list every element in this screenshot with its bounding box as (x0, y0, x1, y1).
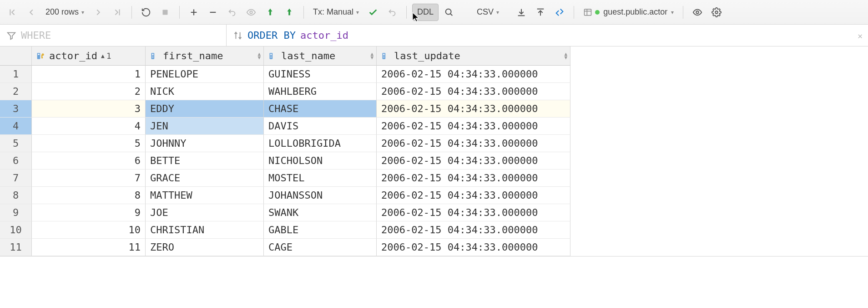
cell-first_name[interactable]: JEN (146, 118, 264, 135)
clear-order-button[interactable]: ✕ (858, 31, 863, 40)
submit-pending-button[interactable] (281, 4, 298, 21)
svg-point-4 (696, 11, 699, 14)
cell-first_name[interactable]: JOHNNY (146, 135, 264, 152)
cell-first_name[interactable]: EDDY (146, 100, 264, 118)
cell-last_name[interactable]: NICHOLSON (264, 152, 377, 169)
cell-last_update[interactable]: 2006-02-15 04:34:33.000000 (377, 239, 570, 256)
cell-last_name[interactable]: CHASE (264, 100, 377, 118)
cell-last_update[interactable]: 2006-02-15 04:34:33.000000 (377, 169, 570, 187)
cell-last_name[interactable]: CAGE (264, 239, 377, 256)
svg-rect-18 (383, 56, 384, 56)
tx-mode-dropdown[interactable]: Tx: Manual ▾ (309, 4, 363, 21)
row-number-header[interactable] (0, 46, 32, 66)
cell-last_update[interactable]: 2006-02-15 04:34:33.000000 (377, 187, 570, 204)
revert-button[interactable] (223, 4, 241, 21)
cell-last_name[interactable]: LOLLOBRIGIDA (264, 135, 377, 152)
cell-first_name[interactable]: BETTE (146, 152, 264, 169)
cell-first_name[interactable]: JOE (146, 204, 264, 221)
view-mode-button[interactable] (689, 4, 706, 21)
sort-toggle-icon[interactable]: ▲▼ (370, 52, 373, 60)
row-number-cell[interactable]: 1 (0, 66, 32, 83)
sort-toggle-icon[interactable]: ▲▼ (257, 52, 261, 60)
cell-actor_id[interactable]: 4 (32, 118, 146, 135)
svg-point-1 (250, 11, 252, 14)
column-header-last_update[interactable]: last_update▲▼ (377, 46, 570, 66)
compare-button[interactable] (551, 4, 568, 21)
commit-button[interactable] (364, 4, 382, 21)
cell-last_update[interactable]: 2006-02-15 04:34:33.000000 (377, 100, 570, 118)
cell-first_name[interactable]: MATTHEW (146, 187, 264, 204)
preview-changes-button[interactable] (242, 4, 260, 21)
stop-button[interactable] (156, 4, 174, 21)
breadcrumb-text: guest.public.actor (603, 7, 667, 17)
cell-last_update[interactable]: 2006-02-15 04:34:33.000000 (377, 83, 570, 100)
cell-actor_id[interactable]: 5 (32, 135, 146, 152)
data-grid: actor_id▲ 1first_name▲▼last_name▲▼last_u… (0, 46, 868, 257)
export-format-dropdown[interactable]: CSV ▾ (473, 4, 503, 21)
cell-first_name[interactable]: NICK (146, 83, 264, 100)
cell-last_update[interactable]: 2006-02-15 04:34:33.000000 (377, 135, 570, 152)
search-button[interactable] (440, 4, 458, 21)
sort-toggle-icon[interactable]: ▲▼ (564, 52, 567, 60)
cell-last_name[interactable]: DAVIS (264, 118, 377, 135)
cell-actor_id[interactable]: 9 (32, 204, 146, 221)
svg-rect-13 (270, 54, 272, 55)
ddl-button[interactable]: DDL (412, 4, 439, 21)
cell-last_update[interactable]: 2006-02-15 04:34:33.000000 (377, 118, 570, 135)
row-number-cell[interactable]: 8 (0, 187, 32, 204)
rollback-button[interactable] (384, 4, 401, 21)
import-upload-button[interactable] (532, 4, 549, 21)
page-size-dropdown[interactable]: 200 rows ▾ (42, 4, 88, 21)
where-filter-input[interactable]: WHERE (0, 25, 227, 46)
cell-last_name[interactable]: WAHLBERG (264, 83, 377, 100)
orderby-filter-input[interactable]: ORDER BY actor_id ✕ (227, 25, 868, 46)
chevron-down-icon: ▾ (671, 9, 674, 15)
cell-last_name[interactable]: MOSTEL (264, 169, 377, 187)
row-number-cell[interactable]: 2 (0, 83, 32, 100)
cell-first_name[interactable]: PENELOPE (146, 66, 264, 83)
cell-actor_id[interactable]: 8 (32, 187, 146, 204)
remove-row-button[interactable] (204, 4, 222, 21)
row-number-cell[interactable]: 3 (0, 100, 32, 118)
reload-button[interactable] (137, 4, 155, 21)
cell-actor_id[interactable]: 2 (32, 83, 146, 100)
row-number-cell[interactable]: 10 (0, 221, 32, 239)
column-header-label: last_update (394, 50, 460, 62)
submit-button[interactable] (262, 4, 279, 21)
cell-actor_id[interactable]: 3 (32, 100, 146, 118)
cell-last_update[interactable]: 2006-02-15 04:34:33.000000 (377, 204, 570, 221)
prev-page-button[interactable] (23, 4, 40, 21)
cell-last_name[interactable]: GABLE (264, 221, 377, 239)
cell-actor_id[interactable]: 1 (32, 66, 146, 83)
last-page-button[interactable] (109, 4, 126, 21)
cell-last_update[interactable]: 2006-02-15 04:34:33.000000 (377, 66, 570, 83)
cell-last_name[interactable]: JOHANSSON (264, 187, 377, 204)
cell-first_name[interactable]: GRACE (146, 169, 264, 187)
cell-actor_id[interactable]: 7 (32, 169, 146, 187)
cell-first_name[interactable]: CHRISTIAN (146, 221, 264, 239)
row-number-cell[interactable]: 7 (0, 169, 32, 187)
cell-actor_id[interactable]: 11 (32, 239, 146, 256)
cell-last_name[interactable]: SWANK (264, 204, 377, 221)
add-row-button[interactable] (185, 4, 202, 21)
settings-button[interactable] (708, 4, 725, 21)
row-number-cell[interactable]: 11 (0, 239, 32, 256)
cell-last_update[interactable]: 2006-02-15 04:34:33.000000 (377, 221, 570, 239)
column-header-label: actor_id (49, 50, 97, 62)
column-header-first_name[interactable]: first_name▲▼ (146, 46, 264, 66)
row-number-cell[interactable]: 4 (0, 118, 32, 135)
column-header-last_name[interactable]: last_name▲▼ (264, 46, 377, 66)
cell-last_update[interactable]: 2006-02-15 04:34:33.000000 (377, 152, 570, 169)
row-number-cell[interactable]: 5 (0, 135, 32, 152)
row-number-cell[interactable]: 6 (0, 152, 32, 169)
column-header-actor_id[interactable]: actor_id▲ 1 (32, 46, 146, 66)
cell-first_name[interactable]: ZERO (146, 239, 264, 256)
cell-last_name[interactable]: GUINESS (264, 66, 377, 83)
datasource-breadcrumb[interactable]: guest.public.actor ▾ (580, 4, 677, 21)
first-page-button[interactable] (4, 4, 21, 21)
next-page-button[interactable] (90, 4, 107, 21)
export-download-button[interactable] (513, 4, 530, 21)
row-number-cell[interactable]: 9 (0, 204, 32, 221)
cell-actor_id[interactable]: 10 (32, 221, 146, 239)
cell-actor_id[interactable]: 6 (32, 152, 146, 169)
